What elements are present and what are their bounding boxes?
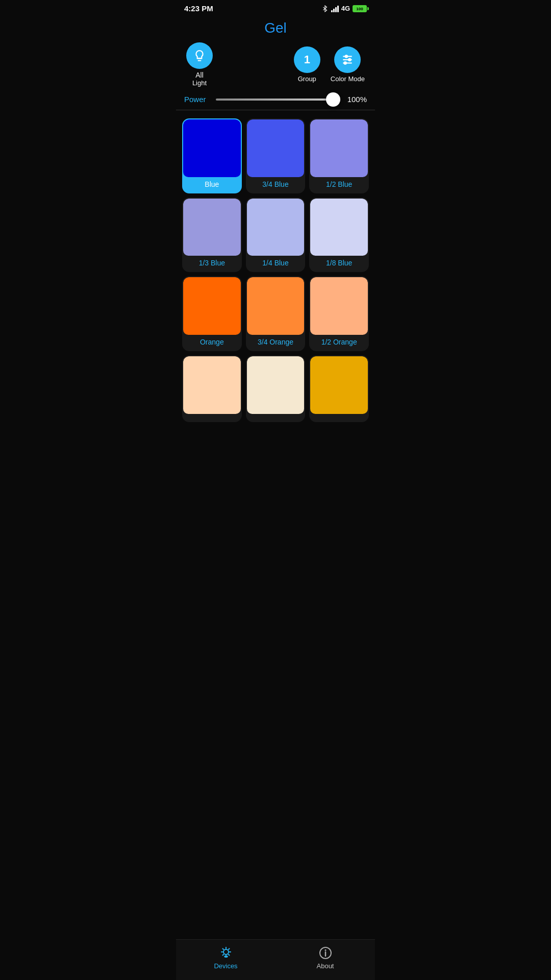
color-mode-icon (341, 53, 354, 66)
color-card-3q-orange[interactable]: 3/4 Orange (246, 276, 306, 351)
color-name-3q-orange: 3/4 Orange (247, 335, 305, 350)
power-row: Power 100% (176, 92, 375, 110)
svg-line-12 (229, 954, 230, 955)
color-swatch-3q-orange (247, 277, 305, 335)
color-name-partial2 (247, 414, 305, 421)
svg-point-4 (349, 59, 351, 61)
about-label: About (317, 962, 334, 970)
color-card-partial3[interactable] (309, 355, 369, 422)
page-title: Gel (176, 20, 375, 36)
color-name-partial1 (183, 414, 241, 421)
color-swatch-half-blue (310, 119, 368, 177)
color-card-half-orange[interactable]: 1/2 Orange (309, 276, 369, 351)
color-card-partial1[interactable] (182, 355, 242, 422)
svg-line-14 (222, 954, 223, 955)
color-swatch-third-blue (183, 199, 241, 256)
all-light-button[interactable]: All Light (186, 42, 213, 87)
svg-line-11 (222, 949, 223, 950)
bluetooth-icon (321, 5, 329, 12)
color-swatch-half-orange (310, 277, 368, 335)
color-name-eighth-blue: 1/8 Blue (310, 256, 368, 271)
all-badge: All (192, 71, 207, 79)
signal-icon (331, 5, 339, 12)
status-bar: 4:23 PM 4G 100 (176, 0, 375, 15)
about-icon (318, 946, 333, 960)
color-name-half-orange: 1/2 Orange (310, 335, 368, 350)
bottom-nav: Devices About (176, 939, 375, 980)
group-circle[interactable]: 1 (294, 46, 320, 73)
color-swatch-partial3 (310, 356, 368, 414)
color-card-3q-blue[interactable]: 3/4 Blue (246, 118, 306, 193)
time: 4:23 PM (184, 4, 213, 13)
color-mode-button[interactable]: Color Mode (331, 46, 365, 83)
color-name-3q-blue: 3/4 Blue (247, 177, 305, 192)
color-name-quarter-blue: 1/4 Blue (247, 256, 305, 271)
svg-line-13 (229, 949, 230, 950)
color-name-orange: Orange (183, 335, 241, 350)
color-grid: Blue 3/4 Blue 1/2 Blue 1/3 Blue 1/4 Blue… (176, 114, 375, 426)
color-swatch-eighth-blue (310, 199, 368, 256)
color-card-orange[interactable]: Orange (182, 276, 242, 351)
color-name-third-blue: 1/3 Blue (183, 256, 241, 271)
controls-row: All Light 1 Group (176, 42, 375, 92)
nav-about[interactable]: About (276, 946, 375, 970)
color-card-eighth-blue[interactable]: 1/8 Blue (309, 198, 369, 273)
power-value: 100% (346, 95, 367, 104)
status-icons: 4G 100 (321, 5, 367, 12)
page-header: Gel (176, 15, 375, 42)
svg-point-3 (345, 55, 347, 57)
group-number: 1 (304, 53, 310, 66)
group-button[interactable]: 1 Group (294, 46, 320, 83)
network-type: 4G (341, 5, 350, 12)
nav-devices[interactable]: Devices (176, 946, 276, 970)
color-swatch-orange (183, 277, 241, 335)
color-swatch-blue (183, 119, 241, 177)
power-label: Power (184, 95, 210, 104)
color-swatch-partial1 (183, 356, 241, 414)
svg-point-19 (324, 949, 326, 951)
lightbulb-icon (193, 49, 206, 62)
all-light-circle[interactable] (186, 42, 213, 69)
devices-label: Devices (214, 962, 237, 970)
battery-icon: 100 (353, 5, 367, 12)
all-light-label: Light (192, 79, 207, 87)
color-card-quarter-blue[interactable]: 1/4 Blue (246, 198, 306, 273)
svg-point-6 (223, 949, 229, 954)
color-swatch-partial2 (247, 356, 305, 414)
color-card-partial2[interactable] (246, 355, 306, 422)
color-card-third-blue[interactable]: 1/3 Blue (182, 198, 242, 273)
color-swatch-3q-blue (247, 119, 305, 177)
color-mode-circle[interactable] (334, 46, 361, 73)
color-card-half-blue[interactable]: 1/2 Blue (309, 118, 369, 193)
group-label: Group (298, 75, 316, 83)
color-mode-label: Color Mode (331, 75, 365, 83)
color-card-blue[interactable]: Blue (182, 118, 242, 193)
color-name-partial3 (310, 414, 368, 421)
color-name-blue: Blue (183, 177, 241, 192)
divider (176, 110, 375, 110)
color-swatch-quarter-blue (247, 199, 305, 256)
svg-point-5 (344, 62, 346, 64)
bottom-spacer (176, 426, 375, 467)
power-slider[interactable] (216, 99, 340, 101)
slider-thumb[interactable] (326, 92, 340, 107)
devices-icon (219, 946, 233, 960)
color-name-half-blue: 1/2 Blue (310, 177, 368, 192)
controls-right: 1 Group Color Mode (294, 46, 365, 83)
